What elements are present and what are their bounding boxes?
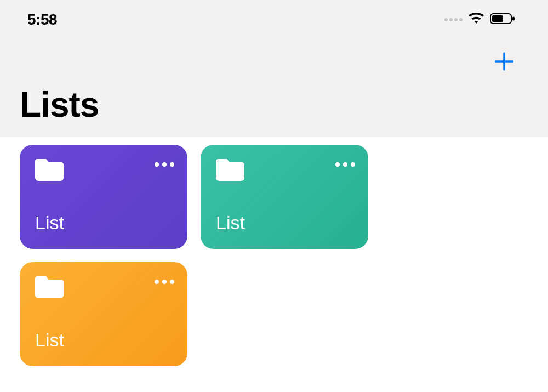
lists-grid: List List List xyxy=(0,137,548,386)
status-bar: 5:58 xyxy=(0,0,548,39)
dots-indicator xyxy=(444,15,463,25)
list-card[interactable]: List xyxy=(20,145,187,249)
list-card[interactable]: List xyxy=(201,145,368,249)
list-card[interactable]: List xyxy=(20,262,187,366)
card-title: List xyxy=(35,329,174,354)
card-title: List xyxy=(35,212,174,237)
card-more-button[interactable] xyxy=(335,157,355,167)
phone-screen: 5:58 xyxy=(0,0,548,137)
folder-icon xyxy=(216,157,242,179)
svg-point-0 xyxy=(444,18,448,21)
battery-icon xyxy=(490,13,515,27)
svg-point-1 xyxy=(449,18,453,21)
status-icons xyxy=(444,13,515,27)
card-more-button[interactable] xyxy=(155,274,174,284)
svg-rect-5 xyxy=(492,15,503,22)
add-list-button[interactable] xyxy=(493,50,515,75)
svg-point-2 xyxy=(454,18,458,21)
card-more-button[interactable] xyxy=(155,157,174,167)
status-time: 5:58 xyxy=(27,11,57,29)
folder-icon xyxy=(35,157,61,179)
svg-point-3 xyxy=(459,18,463,21)
wifi-icon xyxy=(468,13,484,27)
nav-bar xyxy=(0,39,548,77)
svg-rect-6 xyxy=(512,17,515,21)
card-title: List xyxy=(216,212,355,237)
folder-icon xyxy=(35,274,61,296)
page-title: Lists xyxy=(0,77,548,137)
